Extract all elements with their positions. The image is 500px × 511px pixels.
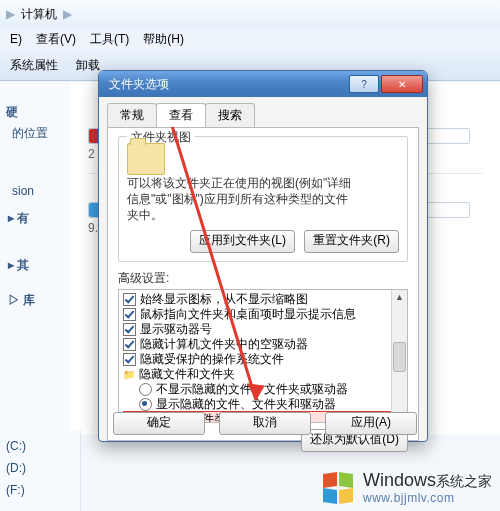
checkbox-4[interactable] <box>123 353 136 366</box>
nav-group-library[interactable]: ▷ 库 <box>6 292 76 309</box>
radio-7[interactable] <box>139 398 152 411</box>
tab-general[interactable]: 常规 <box>107 103 157 127</box>
ok-button[interactable]: 确定 <box>113 412 205 435</box>
checkbox-1[interactable] <box>123 308 136 321</box>
nav-group-other[interactable]: ▸ 其 <box>6 257 76 274</box>
menu-tools[interactable]: 工具(T) <box>90 31 129 48</box>
tab-view-panel: 文件夹视图 可以将该文件夹正在使用的视图(例如"详细信息"或"图标")应用到所有… <box>107 128 419 441</box>
watermark: Windows系统之家 www.bjjmlv.com <box>321 470 492 505</box>
addr-chevron-icon: ▶ <box>6 7 15 21</box>
advanced-settings-label: 高级设置: <box>118 270 408 287</box>
nav-group-disk: 硬 <box>6 104 76 121</box>
nav-item-sion[interactable]: sion <box>12 184 76 198</box>
folder-view-group: 文件夹视图 可以将该文件夹正在使用的视图(例如"详细信息"或"图标")应用到所有… <box>118 136 408 262</box>
nav-item-location[interactable]: 的位置 <box>12 125 76 142</box>
apply-button[interactable]: 应用(A) <box>325 412 417 435</box>
nav-pane: 硬 的位置 sion ▸ 有 ▸ 其 ▷ 库 <box>0 82 81 435</box>
tree-item-3[interactable]: 隐藏计算机文件夹中的空驱动器 <box>123 337 405 352</box>
tree-item-1[interactable]: 鼠标指向文件夹和桌面项时显示提示信息 <box>123 307 405 322</box>
dialog-title: 文件夹选项 <box>109 76 169 93</box>
tree-item-6[interactable]: 不显示隐藏的文件、文件夹或驱动器 <box>123 382 405 397</box>
advanced-settings-tree[interactable]: 始终显示图标，从不显示缩略图鼠标指向文件夹和桌面项时显示提示信息显示驱动器号隐藏… <box>118 289 408 423</box>
checkbox-2[interactable] <box>123 323 136 336</box>
tree-item-5[interactable]: 📁隐藏文件和文件夹 <box>123 367 405 382</box>
drive-f[interactable]: (F:) <box>6 479 76 501</box>
breadcrumb[interactable]: 计算机 <box>21 6 57 23</box>
breadcrumb-sep-icon: ▶ <box>63 7 72 21</box>
radio-6[interactable] <box>139 383 152 396</box>
tree-item-4[interactable]: 隐藏受保护的操作系统文件 <box>123 352 405 367</box>
folder-view-desc: 可以将该文件夹正在使用的视图(例如"详细信息"或"图标")应用到所有这种类型的文… <box>127 175 355 224</box>
drive-d[interactable]: (D:) <box>6 457 76 479</box>
watermark-brand-cn: 系统之家 <box>436 473 492 489</box>
menu-help[interactable]: 帮助(H) <box>143 31 184 48</box>
drive-c[interactable]: (C:) <box>6 435 76 457</box>
nav-group-you[interactable]: ▸ 有 <box>6 210 76 227</box>
tab-strip: 常规 查看 搜索 <box>99 97 427 127</box>
windows-logo-icon <box>321 473 355 503</box>
close-button[interactable]: ✕ <box>381 75 423 93</box>
watermark-url: www.bjjmlv.com <box>363 491 492 505</box>
dialog-titlebar[interactable]: 文件夹选项 ? ✕ <box>99 71 427 97</box>
menu-view[interactable]: 查看(V) <box>36 31 76 48</box>
toolbar-uninstall[interactable]: 卸载 <box>76 57 100 74</box>
cancel-button[interactable]: 取消 <box>219 412 311 435</box>
tree-item-2[interactable]: 显示驱动器号 <box>123 322 405 337</box>
toolbar-system-properties[interactable]: 系统属性 <box>10 57 58 74</box>
folder-icon <box>127 143 165 175</box>
drive-list: (C:) (D:) (F:) <box>0 431 81 511</box>
checkbox-0[interactable] <box>123 293 136 306</box>
tab-search[interactable]: 搜索 <box>205 103 255 127</box>
watermark-brand: Windows <box>363 470 436 490</box>
scroll-thumb[interactable] <box>393 342 406 372</box>
address-bar[interactable]: ▶ 计算机 ▶ <box>0 0 500 29</box>
tree-item-7[interactable]: 显示隐藏的文件、文件夹和驱动器 <box>123 397 405 412</box>
apply-to-folders-button[interactable]: 应用到文件夹(L) <box>190 230 295 253</box>
folder-options-dialog: 文件夹选项 ? ✕ 常规 查看 搜索 文件夹视图 可以将该文件夹正在使用的视图(… <box>98 70 428 442</box>
help-button[interactable]: ? <box>349 75 379 93</box>
menu-e[interactable]: E) <box>10 32 22 46</box>
tab-view[interactable]: 查看 <box>156 103 206 127</box>
scroll-up-icon[interactable]: ▲ <box>395 290 404 304</box>
folder-node-icon: 📁 <box>123 369 135 380</box>
checkbox-3[interactable] <box>123 338 136 351</box>
menu-bar: E) 查看(V) 工具(T) 帮助(H) <box>0 28 500 51</box>
tree-scrollbar[interactable]: ▲ ▼ <box>391 290 407 422</box>
tree-item-0[interactable]: 始终显示图标，从不显示缩略图 <box>123 292 405 307</box>
reset-folders-button[interactable]: 重置文件夹(R) <box>304 230 399 253</box>
